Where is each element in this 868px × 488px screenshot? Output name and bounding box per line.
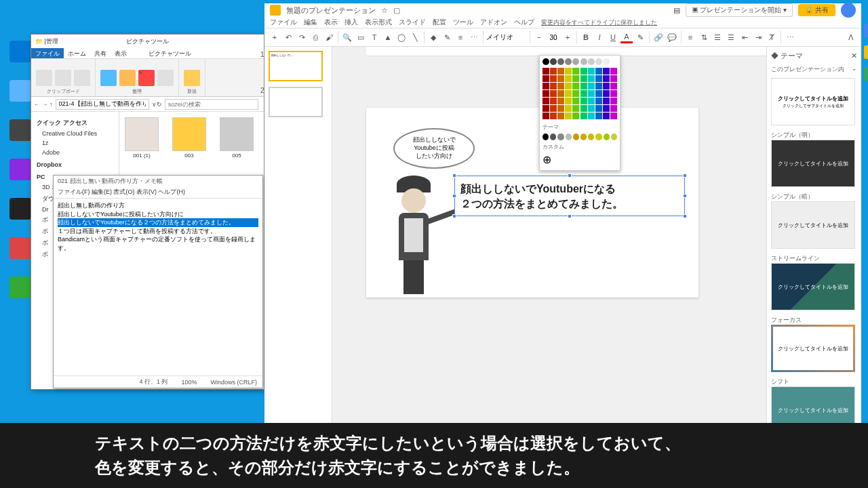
- resize-handle[interactable]: [568, 174, 572, 178]
- resize-handle[interactable]: [568, 214, 572, 218]
- hide-menus-button[interactable]: ᐱ: [845, 31, 857, 43]
- bold-button[interactable]: B: [580, 31, 592, 43]
- bulletlist-button[interactable]: ☰: [725, 31, 737, 43]
- link-button[interactable]: 🔗: [652, 31, 665, 43]
- color-swatch[interactable]: [595, 113, 602, 119]
- color-swatch[interactable]: [557, 90, 564, 97]
- color-swatch[interactable]: [542, 105, 549, 112]
- color-swatch[interactable]: [611, 134, 617, 140]
- italic-button[interactable]: I: [593, 31, 606, 43]
- color-swatch[interactable]: [565, 105, 572, 112]
- color-swatch[interactable]: [580, 90, 587, 97]
- notepad-menubar[interactable]: ファイル(F) 編集(E) 書式(O) 表示(V) ヘルプ(H): [54, 188, 262, 199]
- color-swatch[interactable]: [573, 134, 579, 140]
- textbox-button[interactable]: T: [368, 31, 380, 43]
- color-swatch[interactable]: [580, 105, 587, 112]
- color-swatch[interactable]: [565, 68, 572, 75]
- color-swatch[interactable]: [572, 98, 579, 104]
- color-swatch[interactable]: [565, 98, 572, 104]
- color-swatch[interactable]: [588, 68, 595, 75]
- nav-item[interactable]: Adobe: [34, 148, 116, 157]
- color-swatch[interactable]: [557, 68, 564, 75]
- keep-icon[interactable]: [864, 45, 868, 59]
- theme-preview[interactable]: クリックしてタイトルを追加: [771, 140, 855, 187]
- theme-preview[interactable]: クリックしてタイトルを追加: [771, 263, 855, 310]
- tab-share[interactable]: 共有: [90, 48, 111, 58]
- canvas-area[interactable]: 顔出ししないで Youtubeに投稿 したい方向け 顔出ししないでYoutube…: [332, 47, 766, 426]
- color-swatch[interactable]: [595, 68, 602, 75]
- color-swatch[interactable]: [610, 58, 617, 65]
- tab-home[interactable]: ホーム: [64, 48, 90, 58]
- menu-slide[interactable]: スライド: [399, 18, 426, 27]
- color-swatch[interactable]: [565, 113, 572, 119]
- line-button[interactable]: ╲: [409, 31, 421, 43]
- color-swatch[interactable]: [595, 90, 602, 97]
- color-swatch[interactable]: [557, 113, 564, 119]
- highlight-button[interactable]: ✎: [634, 31, 646, 43]
- color-swatch[interactable]: [550, 105, 557, 112]
- color-swatch[interactable]: [542, 58, 549, 65]
- color-swatch[interactable]: [542, 68, 549, 75]
- account-avatar[interactable]: [841, 3, 856, 18]
- color-swatch[interactable]: [557, 75, 564, 82]
- theme-preview[interactable]: クリックしてタイトルを追加: [771, 325, 855, 372]
- slide-canvas[interactable]: 顔出ししないで Youtubeに投稿 したい方向け 顔出ししないでYoutube…: [366, 108, 698, 298]
- color-swatch[interactable]: [610, 83, 617, 89]
- color-swatch[interactable]: [565, 58, 572, 65]
- color-swatch[interactable]: [542, 134, 549, 140]
- color-swatch[interactable]: [595, 75, 602, 82]
- resize-handle[interactable]: [683, 214, 687, 218]
- color-swatch[interactable]: [542, 83, 549, 89]
- nav-dropbox[interactable]: Dropbox: [34, 160, 116, 169]
- color-swatch[interactable]: [550, 98, 557, 104]
- color-swatch[interactable]: [603, 113, 610, 119]
- color-swatch[interactable]: [580, 58, 587, 65]
- menu-tools[interactable]: ツール: [453, 18, 473, 27]
- underline-button[interactable]: U: [607, 31, 619, 43]
- color-swatch[interactable]: [572, 113, 579, 119]
- color-swatch[interactable]: [572, 58, 579, 65]
- breadcrumb-input[interactable]: [56, 99, 149, 110]
- resize-handle[interactable]: [452, 174, 456, 178]
- rename-button[interactable]: [157, 70, 174, 86]
- doc-name[interactable]: 無題のプレゼンテーション: [286, 5, 376, 16]
- color-swatch[interactable]: [603, 98, 610, 104]
- textcolor-button[interactable]: A: [620, 31, 633, 43]
- color-swatch[interactable]: [550, 90, 557, 97]
- clearformat-button[interactable]: T̸: [766, 31, 778, 43]
- more-button[interactable]: ⋯: [784, 31, 796, 43]
- color-swatch[interactable]: [572, 68, 579, 75]
- notepad-titlebar[interactable]: 021 顔出し無い 動画の作り方・メモ帳: [54, 176, 262, 188]
- color-swatch[interactable]: [610, 90, 617, 97]
- color-swatch[interactable]: [610, 68, 617, 75]
- color-swatch[interactable]: [557, 98, 564, 104]
- color-swatch[interactable]: [610, 105, 617, 112]
- color-swatch[interactable]: [572, 75, 579, 82]
- menu-addons[interactable]: アドオン: [480, 18, 507, 27]
- color-swatch[interactable]: [588, 134, 594, 140]
- color-swatch[interactable]: [580, 98, 587, 104]
- color-swatch[interactable]: [542, 75, 549, 82]
- color-swatch[interactable]: [572, 83, 579, 89]
- numlist-button[interactable]: ☰: [711, 31, 724, 43]
- menu-insert[interactable]: 挿入: [344, 18, 358, 27]
- color-swatch[interactable]: [565, 83, 572, 89]
- tab-picture-tools[interactable]: ピクチャツール: [144, 48, 195, 58]
- menu-edit[interactable]: 編集: [304, 18, 317, 27]
- color-swatch[interactable]: [565, 75, 572, 82]
- color-swatch[interactable]: [542, 113, 549, 119]
- color-swatch[interactable]: [595, 58, 602, 65]
- color-swatch[interactable]: [550, 134, 556, 140]
- redo-button[interactable]: ↷: [296, 31, 308, 43]
- color-swatch[interactable]: [572, 90, 579, 97]
- color-swatch[interactable]: [580, 113, 587, 119]
- color-swatch[interactable]: [542, 98, 549, 104]
- color-swatch[interactable]: [603, 83, 610, 89]
- indent-inc-button[interactable]: ⇥: [752, 31, 764, 43]
- resize-handle[interactable]: [683, 194, 687, 198]
- color-swatch[interactable]: [550, 68, 557, 75]
- slide-thumbnail[interactable]: 顔出ししないで...: [269, 51, 323, 81]
- color-swatch[interactable]: [595, 134, 601, 140]
- address-bar[interactable]: ← → ↑ ∨↻: [31, 97, 264, 112]
- calendar-icon[interactable]: [864, 24, 868, 37]
